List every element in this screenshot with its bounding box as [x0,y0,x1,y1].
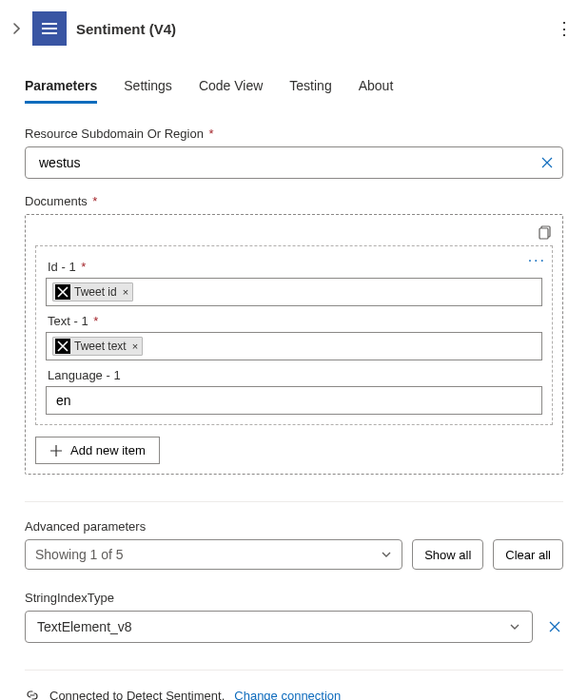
region-clear-icon[interactable] [539,155,555,170]
tab-about[interactable]: About [359,78,394,104]
chevron-down-icon [509,621,520,632]
text-token-remove-icon[interactable]: × [132,340,138,352]
action-title: Sentiment (V4) [76,21,176,37]
stringindex-value: TextElement_v8 [37,619,132,634]
stringindex-clear-icon[interactable] [546,618,563,635]
twitter-icon [55,284,70,300]
language-input[interactable] [46,386,542,415]
connector-logo-icon [32,11,67,46]
region-label: Resource Subdomain Or Region * [25,126,563,141]
show-all-button[interactable]: Show all [412,539,483,570]
text-label: Text - 1 * [48,314,542,328]
svg-rect-4 [539,228,548,239]
divider [25,670,563,671]
documents-label: Documents * [25,194,563,208]
item-more-icon[interactable]: ··· [528,252,546,269]
svg-rect-0 [42,23,57,25]
text-token-label: Tweet text [74,340,127,353]
advanced-select-text: Showing 1 of 5 [35,547,124,562]
collapse-chevron-icon[interactable] [10,22,23,35]
tab-testing[interactable]: Testing [289,78,331,104]
more-menu-icon[interactable]: ⋮ [550,18,578,39]
tab-code-view[interactable]: Code View [199,78,263,104]
plus-icon [49,444,63,457]
chevron-down-icon [381,549,392,560]
twitter-icon [55,339,70,354]
tab-bar: Parameters Settings Code View Testing Ab… [25,78,563,104]
documents-container: ··· Id - 1 * Tweet id × [25,214,563,475]
divider [25,501,563,502]
add-item-label: Add new item [70,443,146,457]
stringindex-label: StringIndexType [25,591,563,605]
id-label: Id - 1 * [48,260,542,274]
region-input-row[interactable] [25,146,563,179]
document-item: ··· Id - 1 * Tweet id × [35,245,553,425]
svg-rect-2 [42,32,57,34]
toggle-array-icon[interactable] [538,224,553,240]
tab-settings[interactable]: Settings [124,78,172,104]
text-token[interactable]: Tweet text × [52,337,143,356]
id-input[interactable]: Tweet id × [46,278,542,306]
add-item-button[interactable]: Add new item [35,437,160,464]
tab-parameters[interactable]: Parameters [25,78,97,104]
advanced-select[interactable]: Showing 1 of 5 [25,539,402,570]
connection-icon [25,688,40,700]
region-input[interactable] [37,154,532,171]
text-input[interactable]: Tweet text × [46,332,542,360]
svg-rect-1 [42,28,57,29]
id-token-remove-icon[interactable]: × [123,286,128,298]
advanced-label: Advanced parameters [25,519,563,534]
change-connection-link[interactable]: Change connection [234,689,341,701]
connection-status: Connected to Detect Sentiment. [49,689,225,701]
clear-all-button[interactable]: Clear all [493,539,563,570]
language-label: Language - 1 [48,368,542,382]
id-token-label: Tweet id [74,285,117,299]
stringindex-select[interactable]: TextElement_v8 [25,611,533,643]
id-token[interactable]: Tweet id × [52,282,133,301]
